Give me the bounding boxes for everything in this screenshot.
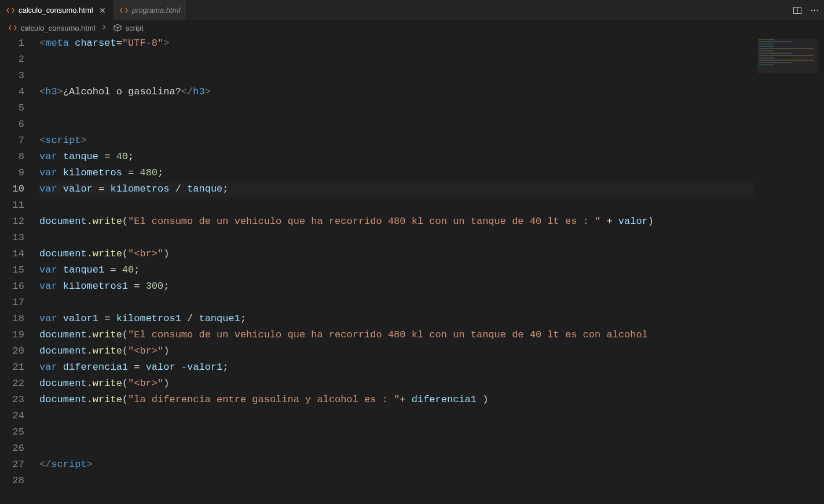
code-line[interactable] bbox=[39, 51, 824, 68]
line-number: 28 bbox=[0, 473, 24, 489]
html-file-icon bbox=[6, 6, 15, 15]
line-number: 14 bbox=[0, 246, 24, 262]
code-line[interactable]: <meta charset="UTF-8"> bbox=[39, 35, 824, 51]
code-line[interactable]: var tanque1 = 40; bbox=[39, 262, 824, 278]
line-number: 23 bbox=[0, 392, 24, 408]
code-line[interactable]: document.write("<br>") bbox=[39, 343, 824, 359]
line-number: 24 bbox=[0, 408, 24, 424]
code-line[interactable] bbox=[39, 230, 824, 246]
line-number: 25 bbox=[0, 424, 24, 440]
code-content[interactable]: <meta charset="UTF-8"> <h3>¿Alcohol o ga… bbox=[35, 35, 824, 504]
line-number: 13 bbox=[0, 230, 24, 246]
symbol-icon bbox=[113, 23, 122, 32]
breadcrumb-file[interactable]: calculo_consumo.html bbox=[8, 23, 96, 32]
line-number: 5 bbox=[0, 100, 24, 116]
line-number: 19 bbox=[0, 327, 24, 343]
line-number: 12 bbox=[0, 214, 24, 230]
code-line[interactable]: document.write("la diferencia entre gaso… bbox=[39, 392, 824, 408]
breadcrumb-symbol-label: script bbox=[126, 24, 144, 32]
line-number: 1 bbox=[0, 35, 24, 51]
code-line[interactable]: <script> bbox=[39, 133, 824, 149]
line-number: 6 bbox=[0, 116, 24, 133]
code-line[interactable]: var kilometros1 = 300; bbox=[39, 278, 824, 295]
line-number: 4 bbox=[0, 84, 24, 100]
editor-area: 1234567891011121314151617181920212223242… bbox=[0, 35, 824, 504]
code-line[interactable] bbox=[39, 100, 824, 116]
line-number: 15 bbox=[0, 262, 24, 278]
code-line[interactable]: </script> bbox=[39, 457, 824, 473]
editor-tab[interactable]: calculo_consumo.html bbox=[0, 0, 113, 20]
tab-bar: calculo_consumo.htmlprograma.html bbox=[0, 0, 824, 20]
code-line[interactable]: var valor = kilometros / tanque; bbox=[39, 181, 824, 197]
line-gutter: 1234567891011121314151617181920212223242… bbox=[0, 35, 35, 504]
line-number: 20 bbox=[0, 343, 24, 359]
line-number: 17 bbox=[0, 295, 24, 311]
editor-tab[interactable]: programa.html bbox=[113, 0, 187, 20]
code-line[interactable]: <h3>¿Alcohol o gasolina?</h3> bbox=[39, 84, 824, 100]
line-number: 11 bbox=[0, 197, 24, 214]
breadcrumbs: calculo_consumo.html script bbox=[0, 20, 824, 35]
line-number: 18 bbox=[0, 311, 24, 327]
split-editor-icon[interactable] bbox=[793, 6, 802, 15]
code-line[interactable]: document.write("<br>") bbox=[39, 376, 824, 392]
tab-actions bbox=[793, 6, 819, 15]
code-line[interactable] bbox=[39, 68, 824, 84]
code-line[interactable] bbox=[39, 440, 824, 457]
code-line[interactable] bbox=[39, 295, 824, 311]
line-number: 27 bbox=[0, 457, 24, 473]
code-line[interactable]: var tanque = 40; bbox=[39, 149, 824, 165]
line-number: 21 bbox=[0, 359, 24, 376]
breadcrumb-separator bbox=[100, 23, 108, 33]
code-line[interactable] bbox=[39, 116, 824, 133]
code-line[interactable]: document.write("El consumo de un vehicul… bbox=[39, 214, 824, 230]
close-tab-icon[interactable] bbox=[98, 6, 107, 15]
code-line[interactable]: document.write("<br>") bbox=[39, 246, 824, 262]
line-number: 3 bbox=[0, 68, 24, 84]
more-actions-icon[interactable] bbox=[810, 6, 819, 15]
line-number: 26 bbox=[0, 440, 24, 457]
line-number: 10 bbox=[0, 181, 24, 197]
line-number: 9 bbox=[0, 165, 24, 181]
breadcrumb-symbol[interactable]: script bbox=[113, 23, 144, 32]
tab-label: programa.html bbox=[132, 6, 181, 14]
line-number: 7 bbox=[0, 133, 24, 149]
code-line[interactable] bbox=[39, 197, 824, 214]
line-number: 8 bbox=[0, 149, 24, 165]
breadcrumb-file-label: calculo_consumo.html bbox=[21, 24, 96, 32]
minimap-viewport[interactable] bbox=[757, 39, 818, 73]
code-line[interactable] bbox=[39, 408, 824, 424]
html-file-icon bbox=[119, 6, 129, 15]
tabs-container: calculo_consumo.htmlprograma.html bbox=[0, 0, 186, 20]
svg-point-2 bbox=[811, 9, 812, 10]
svg-point-4 bbox=[817, 9, 818, 10]
code-editor[interactable]: 1234567891011121314151617181920212223242… bbox=[0, 35, 824, 504]
code-line[interactable]: var kilometros = 480; bbox=[39, 165, 824, 181]
html-file-icon bbox=[8, 23, 17, 32]
svg-point-3 bbox=[814, 9, 815, 10]
minimap[interactable] bbox=[755, 35, 824, 504]
code-line[interactable]: var valor1 = kilometros1 / tanque1; bbox=[39, 311, 824, 327]
code-line[interactable]: var diferencia1 = valor -valor1; bbox=[39, 359, 824, 376]
line-number: 16 bbox=[0, 278, 24, 295]
code-line[interactable] bbox=[39, 473, 824, 489]
code-line[interactable] bbox=[39, 424, 824, 440]
tab-label: calculo_consumo.html bbox=[19, 6, 93, 14]
line-number: 2 bbox=[0, 51, 24, 68]
line-number: 22 bbox=[0, 376, 24, 392]
code-line[interactable]: document.write("El consumo de un vehicul… bbox=[39, 327, 824, 343]
